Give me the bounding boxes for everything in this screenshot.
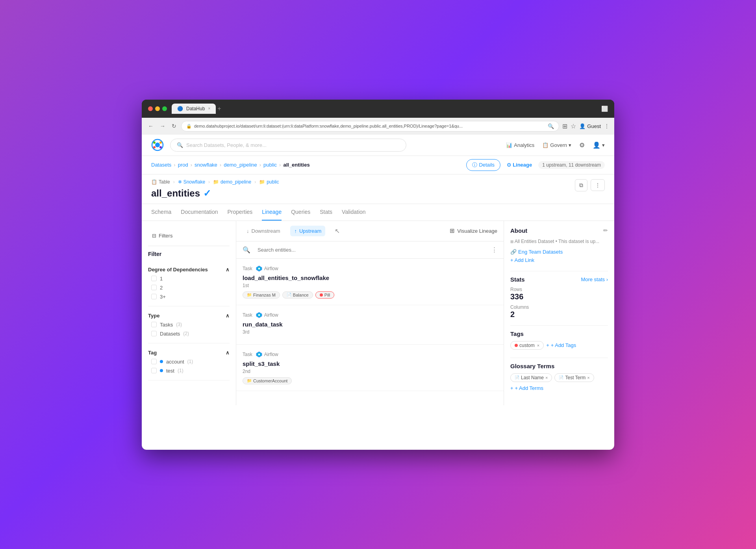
degree-check-2[interactable] <box>151 285 157 290</box>
filters-toggle-btn[interactable]: ⊟ Filters <box>148 230 176 241</box>
entity-info: 📋 Table › ❄ Snowflake › 📁 demo_pipeline <box>151 179 575 199</box>
degree-header[interactable]: Degree of Dependencies ∧ <box>148 265 230 274</box>
entity-container1[interactable]: 📁 demo_pipeline <box>213 179 251 185</box>
breadcrumb-demo-pipeline[interactable]: demo_pipeline <box>224 162 257 168</box>
browser-more-btn[interactable]: ⋮ <box>604 123 610 129</box>
guest-profile-btn[interactable]: 👤 Guest <box>579 123 601 129</box>
new-tab-btn[interactable]: + <box>217 105 221 112</box>
bookmark-btn[interactable]: ☆ <box>571 122 576 130</box>
tab-properties[interactable]: Properties <box>228 204 253 221</box>
entity-more-btn[interactable]: ⋮ <box>591 179 605 191</box>
breadcrumb-prod[interactable]: prod <box>178 162 188 168</box>
analytics-btn[interactable]: 📊 Analytics <box>506 142 534 148</box>
eng-team-datasets-link[interactable]: 🔗 Eng Team Datasets <box>510 249 608 255</box>
tag-finanzas[interactable]: 📁 Finanzas M <box>243 291 280 299</box>
tab-stats[interactable]: Stats <box>320 204 332 221</box>
active-browser-tab[interactable]: 🔵 DataHub × <box>172 104 216 114</box>
tab-lineage[interactable]: Lineage <box>262 204 282 221</box>
tag-pill[interactable]: Pill <box>315 291 335 299</box>
remove-custom-tag-btn[interactable]: × <box>537 343 539 348</box>
app: 🔍 Search Datasets, People, & more... 📊 A… <box>142 135 614 450</box>
about-entity-name: ⊞ All Entities Dataset • This dataset is… <box>510 239 599 244</box>
lineage-btn[interactable]: ⊙ Lineage <box>507 162 532 168</box>
more-stats-link[interactable]: More stats › <box>581 276 608 282</box>
filter-icon: ⊟ <box>152 233 156 239</box>
type-option-tasks[interactable]: Tasks (3) <box>148 320 230 329</box>
close-traffic-light[interactable] <box>148 106 153 111</box>
tag-header[interactable]: Tag ∧ <box>148 348 230 357</box>
degree-option-3plus[interactable]: 3+ <box>148 292 230 301</box>
window-maximize-btn[interactable]: ⬜ <box>601 106 608 112</box>
browser-window: 🔵 DataHub × + ⬜ ← → ↻ 🔒 demo.datahubproj… <box>142 100 614 450</box>
stats-header: Stats More stats › <box>510 276 608 283</box>
tag-customer-account[interactable]: 📁 CustomerAccount <box>243 377 292 384</box>
extensions-btn[interactable]: ⊞ <box>562 122 567 130</box>
lineage-more-options-btn[interactable]: ⋮ <box>491 246 497 253</box>
details-btn[interactable]: ⓘ Details <box>466 159 500 171</box>
degree-check-1[interactable] <box>151 276 157 281</box>
degree-label-2: 2 <box>160 285 163 291</box>
remove-testterm-btn[interactable]: × <box>587 375 589 380</box>
tag-option-account[interactable]: account (1) <box>148 357 230 366</box>
app-logo[interactable] <box>151 139 164 151</box>
minimize-traffic-light[interactable] <box>155 106 160 111</box>
lineage-item-2: Task Airflow run_data_task <box>236 305 504 345</box>
entity-platform[interactable]: ❄ Snowflake <box>178 179 205 185</box>
lineage-item-1-name[interactable]: load_all_entities_to_snowflake <box>243 274 497 281</box>
forward-btn[interactable]: → <box>158 121 167 131</box>
type-check-datasets[interactable] <box>151 331 157 336</box>
tags-header: Tags <box>510 330 608 337</box>
settings-btn[interactable]: ⚙ <box>579 141 585 149</box>
type-option-datasets[interactable]: Datasets (2) <box>148 329 230 338</box>
type-check-tasks[interactable] <box>151 322 157 327</box>
tag-balance[interactable]: 📄 Balance <box>282 291 313 299</box>
downstream-btn[interactable]: ↓ Downstream <box>243 226 284 236</box>
tag-chevron: ∧ <box>226 350 230 356</box>
degree-label-1: 1 <box>160 276 163 282</box>
global-search-bar[interactable]: 🔍 Search Datasets, People, & more... <box>170 139 406 152</box>
tab-queries[interactable]: Queries <box>291 204 310 221</box>
platform-label: Snowflake <box>183 179 205 185</box>
add-terms-btn[interactable]: + + Add Terms <box>510 385 543 391</box>
add-tags-btn[interactable]: + + Add Tags <box>546 342 576 348</box>
remove-lastname-term-btn[interactable]: × <box>545 375 548 380</box>
lineage-item-3-name[interactable]: split_s3_task <box>243 360 497 367</box>
refresh-btn[interactable]: ↻ <box>170 121 178 131</box>
lineage-nav-area: ⓘ Details ⊙ Lineage 1 upstream, 11 downs… <box>466 159 605 171</box>
govern-btn[interactable]: 📋 Govern ▾ <box>542 142 571 148</box>
degree-check-3plus[interactable] <box>151 294 157 299</box>
url-bar[interactable]: 🔒 demo.datahubproject.io/dataset/urn:li:… <box>181 121 559 132</box>
custom-tag-chip[interactable]: custom × <box>510 341 544 350</box>
maximize-traffic-light[interactable] <box>162 106 167 111</box>
user-avatar-btn[interactable]: 👤 ▾ <box>593 141 605 149</box>
tab-validation[interactable]: Validation <box>342 204 365 221</box>
tag-check-test[interactable] <box>151 368 157 373</box>
visualize-lineage-btn[interactable]: ⊞ Visualize Lineage <box>450 227 497 234</box>
tag-option-test[interactable]: test (1) <box>148 366 230 375</box>
tab-documentation[interactable]: Documentation <box>181 204 218 221</box>
tab-schema[interactable]: Schema <box>151 204 171 221</box>
entity-container2[interactable]: 📁 public <box>259 179 279 185</box>
degree-option-2[interactable]: 2 <box>148 283 230 292</box>
item-2-type-label: Task <box>243 312 252 318</box>
airflow-icon-2 <box>256 312 263 319</box>
rows-stat: Rows 336 <box>510 287 608 301</box>
term-chip-testterm[interactable]: 📄 Test Term × <box>554 373 594 382</box>
link-icon: 🔗 <box>510 249 517 255</box>
about-edit-btn[interactable]: ✏ <box>603 227 608 234</box>
breadcrumb-public[interactable]: public <box>263 162 277 168</box>
search-entities-input[interactable] <box>254 245 488 255</box>
tab-close-btn[interactable]: × <box>208 106 210 111</box>
tags-title: Tags <box>510 330 524 337</box>
degree-option-1[interactable]: 1 <box>148 274 230 283</box>
lineage-item-2-name[interactable]: run_data_task <box>243 321 497 328</box>
copy-urn-btn[interactable]: ⧉ <box>575 179 587 191</box>
term-chip-lastname[interactable]: 📄 Last Name × <box>510 373 552 382</box>
upstream-btn[interactable]: ↑ Upstream <box>290 226 325 236</box>
tag-check-account[interactable] <box>151 359 157 364</box>
breadcrumb-datasets[interactable]: Datasets <box>151 162 171 168</box>
breadcrumb-snowflake[interactable]: snowflake <box>195 162 217 168</box>
add-link-btn[interactable]: + Add Link <box>510 257 608 263</box>
back-btn[interactable]: ← <box>146 121 155 131</box>
type-header[interactable]: Type ∧ <box>148 311 230 320</box>
